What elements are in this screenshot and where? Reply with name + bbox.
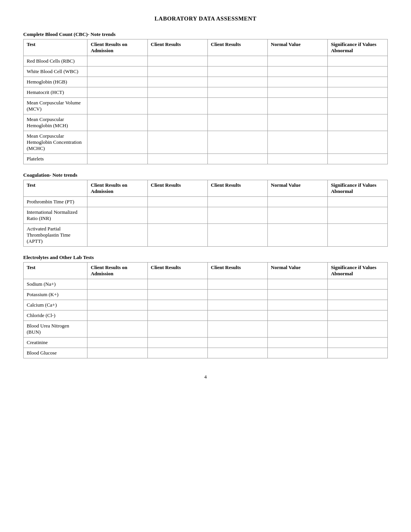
table-row: International Normalized Ratio (INR): [24, 207, 388, 224]
cell-cbc-1-0: White Blood Cell (WBC): [24, 66, 87, 77]
section-title-coagulation: Coagulation- Note trends: [23, 172, 388, 178]
cell-electrolytes-4-1: [87, 321, 147, 338]
cell-electrolytes-5-4: [267, 338, 327, 348]
cell-coagulation-2-2: [147, 224, 207, 247]
col-header-cbc-4: Normal Value: [267, 39, 327, 56]
cell-cbc-6-3: [207, 131, 267, 154]
cell-coagulation-2-4: [267, 224, 327, 247]
cell-cbc-7-0: Platelets: [24, 154, 87, 164]
table-row: Mean Corpuscular Volume (MCV): [24, 98, 388, 114]
cell-cbc-2-0: Hemoglobin (HGB): [24, 77, 87, 87]
cell-cbc-5-2: [147, 114, 207, 131]
cell-electrolytes-6-5: [327, 348, 387, 358]
table-row: Hemoglobin (HGB): [24, 77, 388, 87]
cell-electrolytes-3-0: Chloride (Cl-): [24, 310, 87, 321]
page-number: 4: [23, 374, 388, 380]
cell-cbc-4-4: [267, 98, 327, 114]
col-header-cbc-3: Client Results: [207, 39, 267, 56]
cell-cbc-4-1: [87, 98, 147, 114]
col-header-coagulation-3: Client Results: [207, 180, 267, 197]
table-row: Platelets: [24, 154, 388, 164]
cell-electrolytes-5-2: [147, 338, 207, 348]
table-row: Activated Partial Thromboplastin Time (A…: [24, 224, 388, 247]
cell-coagulation-2-3: [207, 224, 267, 247]
cell-cbc-4-5: [327, 98, 387, 114]
cell-electrolytes-6-3: [207, 348, 267, 358]
cell-electrolytes-2-3: [207, 300, 267, 310]
cell-cbc-7-4: [267, 154, 327, 164]
cell-electrolytes-3-5: [327, 310, 387, 321]
cell-cbc-3-1: [87, 87, 147, 98]
table-row: Sodium (Na+): [24, 279, 388, 290]
table-row: Hematocrit (HCT): [24, 87, 388, 98]
cell-coagulation-1-0: International Normalized Ratio (INR): [24, 207, 87, 224]
cell-electrolytes-4-0: Blood Urea Nitrogen (BUN): [24, 321, 87, 338]
cell-cbc-0-4: [267, 56, 327, 66]
col-header-electrolytes-5: Significance if Values Abnormal: [327, 263, 387, 279]
cell-cbc-3-4: [267, 87, 327, 98]
col-header-coagulation-5: Significance if Values Abnormal: [327, 180, 387, 197]
col-header-cbc-1: Client Results on Admission: [87, 39, 147, 56]
section-title-electrolytes: Electrolytes and Other Lab Tests: [23, 254, 388, 261]
col-header-electrolytes-3: Client Results: [207, 263, 267, 279]
cell-cbc-0-3: [207, 56, 267, 66]
cell-coagulation-0-1: [87, 197, 147, 207]
cell-cbc-1-1: [87, 66, 147, 77]
cell-cbc-7-2: [147, 154, 207, 164]
cell-coagulation-1-5: [327, 207, 387, 224]
cell-cbc-2-3: [207, 77, 267, 87]
table-row: Blood Urea Nitrogen (BUN): [24, 321, 388, 338]
cell-cbc-0-1: [87, 56, 147, 66]
cell-cbc-7-3: [207, 154, 267, 164]
cell-cbc-5-5: [327, 114, 387, 131]
cell-coagulation-1-4: [267, 207, 327, 224]
cell-coagulation-1-2: [147, 207, 207, 224]
cell-cbc-4-0: Mean Corpuscular Volume (MCV): [24, 98, 87, 114]
table-cbc: TestClient Results on AdmissionClient Re…: [23, 39, 388, 164]
cell-electrolytes-2-5: [327, 300, 387, 310]
cell-cbc-1-4: [267, 66, 327, 77]
cell-electrolytes-5-3: [207, 338, 267, 348]
cell-electrolytes-0-0: Sodium (Na+): [24, 279, 87, 290]
cell-cbc-5-3: [207, 114, 267, 131]
cell-cbc-0-2: [147, 56, 207, 66]
cell-electrolytes-4-2: [147, 321, 207, 338]
cell-coagulation-0-4: [267, 197, 327, 207]
cell-coagulation-1-1: [87, 207, 147, 224]
cell-coagulation-0-3: [207, 197, 267, 207]
cell-electrolytes-6-2: [147, 348, 207, 358]
cell-electrolytes-0-4: [267, 279, 327, 290]
cell-cbc-6-4: [267, 131, 327, 154]
cell-coagulation-0-0: Prothrombin Time (PT): [24, 197, 87, 207]
cell-electrolytes-2-2: [147, 300, 207, 310]
cell-electrolytes-6-1: [87, 348, 147, 358]
cell-electrolytes-5-5: [327, 338, 387, 348]
col-header-coagulation-1: Client Results on Admission: [87, 180, 147, 197]
cell-cbc-3-5: [327, 87, 387, 98]
table-row: Prothrombin Time (PT): [24, 197, 388, 207]
col-header-electrolytes-1: Client Results on Admission: [87, 263, 147, 279]
cell-cbc-2-4: [267, 77, 327, 87]
table-row: Blood Glucose: [24, 348, 388, 358]
cell-cbc-3-2: [147, 87, 207, 98]
cell-coagulation-2-5: [327, 224, 387, 247]
cell-electrolytes-4-4: [267, 321, 327, 338]
cell-electrolytes-1-1: [87, 290, 147, 300]
cell-cbc-2-5: [327, 77, 387, 87]
cell-electrolytes-4-5: [327, 321, 387, 338]
col-header-coagulation-0: Test: [24, 180, 87, 197]
col-header-coagulation-4: Normal Value: [267, 180, 327, 197]
table-row: Chloride (Cl-): [24, 310, 388, 321]
cell-cbc-0-0: Red Blood Cells (RBC): [24, 56, 87, 66]
cell-cbc-6-5: [327, 131, 387, 154]
table-row: Mean Corpuscular Hemoglobin Concentratio…: [24, 131, 388, 154]
cell-electrolytes-0-3: [207, 279, 267, 290]
page-title: LABORATORY DATA ASSESSMENT: [23, 15, 388, 22]
col-header-cbc-0: Test: [24, 39, 87, 56]
table-coagulation: TestClient Results on AdmissionClient Re…: [23, 180, 388, 247]
cell-electrolytes-1-3: [207, 290, 267, 300]
cell-electrolytes-2-4: [267, 300, 327, 310]
cell-coagulation-1-3: [207, 207, 267, 224]
table-row: Red Blood Cells (RBC): [24, 56, 388, 66]
cell-cbc-4-3: [207, 98, 267, 114]
